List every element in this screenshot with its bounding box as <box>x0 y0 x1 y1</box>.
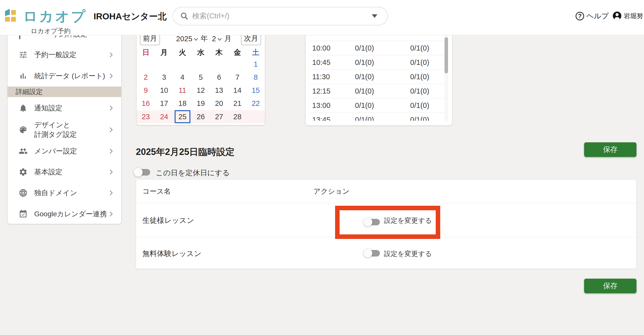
calendar-day[interactable]: 12 <box>192 84 210 97</box>
chevron-down-icon <box>194 38 198 41</box>
calendar-day[interactable] <box>173 58 192 71</box>
annotation-highlight-box <box>335 206 440 239</box>
calendar-day[interactable]: 7 <box>228 71 247 84</box>
sidebar-item-reservation-general[interactable]: 予約一般設定 <box>8 44 121 65</box>
calendar-day[interactable]: 11 <box>173 84 192 97</box>
chevron-right-icon <box>107 72 115 80</box>
save-button-bottom[interactable]: 保存 <box>584 279 636 293</box>
search-dropdown-caret-icon[interactable] <box>372 14 377 18</box>
scrollbar-thumb[interactable] <box>445 37 448 73</box>
calendar-day[interactable] <box>210 58 228 71</box>
user-menu[interactable]: 岩堀努 <box>612 11 643 21</box>
search-icon <box>180 12 189 20</box>
column-header-action: アクション <box>313 180 349 203</box>
calendar-check-icon <box>19 210 28 219</box>
holiday-toggle[interactable] <box>135 169 150 176</box>
help-label: ヘルプ <box>586 11 609 21</box>
timeslot-row: 12:150/1(0)0/1(0) <box>309 84 445 98</box>
chevron-right-icon <box>107 147 115 155</box>
globe-icon <box>19 188 28 197</box>
people-icon <box>19 147 28 156</box>
brand-logo-subtitle: ロカオプ予約 <box>31 27 70 35</box>
column-header-course-name: コース名 <box>142 180 171 203</box>
timeslot-table: 10:000/1(0)0/1(0)10:450/1(0)0/1(0)11:300… <box>309 27 445 121</box>
calendar-day[interactable]: 24 <box>155 110 173 123</box>
calendar-day[interactable]: 6 <box>210 71 228 84</box>
calendar-day[interactable] <box>247 110 265 123</box>
calendar-day[interactable] <box>155 58 173 71</box>
help-link[interactable]: ? ヘルプ <box>575 11 609 21</box>
user-name: 岩堀努 <box>624 12 643 20</box>
calendar-day[interactable]: 20 <box>210 97 228 110</box>
scrollbar[interactable] <box>445 35 448 121</box>
month-unit: 月 <box>224 34 232 44</box>
sidebar-item-design-tags[interactable]: デザインと計測タグ設定 <box>8 118 121 142</box>
calendar-day[interactable] <box>137 58 155 71</box>
sidebar: 予約枠設定予約一般設定統計データ (レポート)詳細設定通知設定デザインと計測タグ… <box>8 23 121 224</box>
calendar-day[interactable]: 9 <box>137 84 155 97</box>
calendar-weekday-header: 日月火水木金土 <box>137 46 265 59</box>
calendar-day[interactable]: 8 <box>247 71 265 84</box>
tune-icon <box>19 50 28 59</box>
calendar-day[interactable]: 23 <box>137 110 155 123</box>
calendar-day[interactable]: 21 <box>228 97 247 110</box>
timeslot-card: 10:000/1(0)0/1(0)10:450/1(0)0/1(0)11:300… <box>306 27 452 125</box>
calendar-day[interactable]: 2 <box>137 71 155 84</box>
year-select[interactable]: 2025 <box>176 35 192 43</box>
page-title: 2025年2月25日臨時設定 <box>136 146 234 158</box>
calendar-day[interactable] <box>228 58 247 71</box>
timeslot-row: 11:300/1(0)0/1(0) <box>309 70 445 84</box>
palette-icon <box>19 125 28 134</box>
calendar-week-row: 2345678 <box>137 71 265 84</box>
calendar-day[interactable]: 4 <box>173 71 192 84</box>
calendar-day[interactable]: 14 <box>228 84 247 97</box>
calendar-day[interactable]: 19 <box>192 97 210 110</box>
user-avatar-icon <box>612 11 622 21</box>
sidebar-item-google-calendar[interactable]: Googleカレンダー連携 <box>8 203 121 224</box>
app: 予約枠設定予約一般設定統計データ (レポート)詳細設定通知設定デザインと計測タグ… <box>0 0 644 335</box>
calendar-day[interactable]: 22 <box>247 97 265 110</box>
sidebar-item-statistics[interactable]: 統計データ (レポート) <box>8 65 121 87</box>
chevron-right-icon <box>107 168 115 176</box>
calendar-day[interactable]: 18 <box>173 97 192 110</box>
calendar-day[interactable] <box>192 58 210 71</box>
chevron-right-icon <box>107 104 115 112</box>
calendar-day[interactable]: 10 <box>155 84 173 97</box>
bar-chart-icon <box>19 71 28 80</box>
calendar-day[interactable]: 3 <box>155 71 173 84</box>
calendar-day[interactable]: 15 <box>247 84 265 97</box>
svg-text:?: ? <box>578 13 582 19</box>
calendar-week-row: 9101112131415 <box>137 84 265 97</box>
site-title: IROHAセンター北 <box>94 11 167 22</box>
brand-logo-icon <box>5 9 17 23</box>
sidebar-section-advanced: 詳細設定 <box>8 87 121 97</box>
sidebar-item-basic[interactable]: 基本設定 <box>8 161 121 183</box>
chevron-right-icon <box>107 189 115 197</box>
gear-icon <box>19 168 28 177</box>
timeslot-row: 10:000/1(0)0/1(0) <box>309 41 445 55</box>
course-name: 無料体験レッスン <box>142 249 202 259</box>
course-name: 生徒様レッスン <box>142 216 194 226</box>
search-input[interactable]: 検索(Ctrl+/) <box>173 7 388 25</box>
header: ロカオプ ロカオプ予約 IROHAセンター北 検索(Ctrl+/) ? ヘルプ … <box>0 0 644 35</box>
chevron-right-icon <box>107 126 115 134</box>
calendar-day[interactable]: 16 <box>137 97 155 110</box>
bell-icon <box>19 104 28 113</box>
sidebar-item-domain[interactable]: 独自ドメイン <box>8 182 121 203</box>
selected-date-outline <box>175 110 190 123</box>
timeslot-row: 13:000/1(0)0/1(0) <box>309 98 445 113</box>
calendar-day[interactable]: 5 <box>192 71 210 84</box>
calendar-day[interactable]: 27 <box>210 110 228 123</box>
calendar-day[interactable]: 17 <box>155 97 173 110</box>
calendar-year-month: 2025 年 2 月 <box>176 34 236 44</box>
calendar-day[interactable]: 1 <box>247 58 265 71</box>
timeslot-row: 13:450/1(0)0/1(0) <box>309 113 445 121</box>
sidebar-item-notifications[interactable]: 通知設定 <box>8 98 121 119</box>
calendar-day[interactable]: 28 <box>228 110 247 123</box>
calendar-day[interactable]: 26 <box>192 110 210 123</box>
course-setting-toggle[interactable] <box>364 250 380 257</box>
month-select[interactable]: 2 <box>212 35 216 43</box>
save-button-top[interactable]: 保存 <box>584 142 636 157</box>
sidebar-item-members[interactable]: メンバー設定 <box>8 141 121 162</box>
calendar-day[interactable]: 13 <box>210 84 228 97</box>
